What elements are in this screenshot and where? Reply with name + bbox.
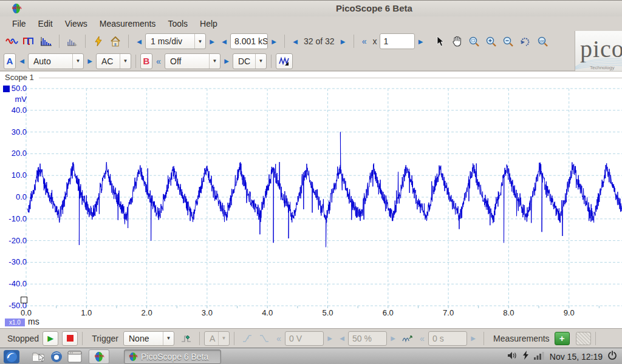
spectrum-view-icon[interactable] <box>38 33 55 49</box>
zoom-increase-button[interactable]: ▶ <box>415 38 427 45</box>
file-manager-icon[interactable] <box>29 349 47 364</box>
x-tick-label: 5.0 <box>316 308 340 317</box>
square-wave-view-icon[interactable] <box>21 33 38 49</box>
x-tick-label: 1.0 <box>74 308 98 317</box>
zoom-factor-value: 1 <box>384 36 389 46</box>
menu-tools[interactable]: Tools <box>162 17 194 30</box>
toolbar-separator <box>595 332 596 345</box>
x-tick-label: 8.0 <box>496 308 521 317</box>
channel-toolbar: A ◀ Auto ▼ ▶ AC ▼ B « Off ▼ ▶ DC ▼ <box>0 52 622 71</box>
channel-b-axis-marker[interactable] <box>21 297 27 303</box>
menu-measurements[interactable]: Measurements <box>94 17 162 30</box>
channel-b-button[interactable]: B <box>140 53 152 69</box>
menu-edit[interactable]: Edit <box>32 17 59 30</box>
samples-field[interactable]: 8.001 kS <box>230 33 268 49</box>
zoom-full-icon[interactable]: 100 <box>534 33 551 49</box>
x-tick-label: 2.0 <box>135 308 159 317</box>
picoscope-launcher-icon[interactable]: BETA <box>89 349 109 364</box>
chevron-down-icon: ▼ <box>120 54 131 69</box>
channel-a-button[interactable]: A <box>4 53 16 69</box>
pretrigger-field: 50 % <box>348 331 387 346</box>
channel-b-coupling-dropdown[interactable]: DC ▼ <box>233 53 267 69</box>
channel-b-range-dropdown[interactable]: Off ▼ <box>165 53 220 69</box>
channel-a-axis-marker[interactable] <box>3 86 10 92</box>
chevron-down-icon: ▼ <box>163 332 174 345</box>
channel-a-range-dropdown[interactable]: Auto ▼ <box>28 53 84 69</box>
zoom-reset-button[interactable]: « <box>358 36 371 46</box>
buffer-previous-button[interactable]: ◀ <box>289 38 301 45</box>
persistence-view-icon[interactable] <box>64 33 81 49</box>
toolbar-separator <box>271 55 272 68</box>
hand-tool-icon[interactable] <box>449 33 466 49</box>
menu-help[interactable]: Help <box>194 17 224 30</box>
y-tick-label: 10.0 <box>1 170 27 180</box>
signal-options-button[interactable] <box>276 53 293 69</box>
zoom-out-icon[interactable] <box>500 33 517 49</box>
app-launcher-icon[interactable] <box>2 349 21 364</box>
desktop-taskbar: BETA BETA PicoScope 6 Beta Nov 15, 12:19 <box>0 348 622 364</box>
volume-icon[interactable] <box>507 351 518 362</box>
scope-tab-label[interactable]: Scope 1 <box>5 73 38 82</box>
timebase-increase-button[interactable]: ▶ <box>206 38 218 45</box>
menu-views[interactable]: Views <box>59 17 94 30</box>
timebase-decrease-button[interactable]: ◀ <box>133 38 145 45</box>
y-tick-label: 0.0 <box>1 192 27 201</box>
scope-view-icon[interactable] <box>4 33 21 49</box>
channel-a-range-increase[interactable]: ▶ <box>84 58 96 64</box>
toolbar-separator <box>135 55 136 68</box>
add-measurement-button[interactable]: + <box>555 332 570 345</box>
channel-a-coupling-value: AC <box>101 56 113 66</box>
y-tick-label: -30.0 <box>1 257 27 266</box>
start-button[interactable]: ▶ <box>43 331 58 346</box>
network-signal-icon[interactable] <box>534 351 545 362</box>
channel-b-range-increase[interactable]: ▶ <box>220 58 233 64</box>
delay-increase-button: ▶ <box>467 335 479 342</box>
pico-logo-subtext: Technology <box>590 65 622 70</box>
marquee-zoom-icon[interactable] <box>466 33 483 49</box>
power-charging-icon[interactable] <box>522 351 529 362</box>
taskbar-clock[interactable]: Nov 15, 12:19 <box>550 352 603 362</box>
home-settings-icon[interactable] <box>107 33 124 49</box>
menu-file[interactable]: File <box>6 17 32 30</box>
advanced-trigger-icon[interactable] <box>399 331 416 346</box>
trigger-marker-icon[interactable] <box>178 331 195 346</box>
pretrigger-decrease-button: ◀ <box>336 335 348 342</box>
zoom-in-icon[interactable] <box>483 33 500 49</box>
channel-a-coupling-dropdown[interactable]: AC ▼ <box>96 53 131 69</box>
trigger-source-value: A <box>210 334 215 343</box>
trigger-label: Trigger <box>87 334 123 343</box>
delay-value: 0 s <box>432 334 444 343</box>
samples-increase-button[interactable]: ▶ <box>268 38 280 45</box>
zoom-factor-prefix: x <box>371 36 380 46</box>
rising-edge-icon <box>239 331 256 346</box>
x-tick-label: 0.0 <box>14 308 38 317</box>
threshold-field: 0 V <box>285 331 324 346</box>
x-tick-label: 3.0 <box>195 308 219 317</box>
pretrigger-increase-button: ▶ <box>387 335 399 342</box>
lightning-connect-icon[interactable] <box>90 33 107 49</box>
scope-plot[interactable] <box>0 72 622 329</box>
waveform-icon <box>279 56 290 66</box>
toolbar-separator <box>82 332 83 345</box>
trigger-mode-dropdown[interactable]: None ▼ <box>123 331 174 346</box>
zoom-factor-input[interactable]: 1 <box>380 33 415 49</box>
channel-a-range-decrease[interactable]: ◀ <box>16 58 28 64</box>
terminal-window-icon[interactable] <box>66 349 84 364</box>
browser-icon[interactable] <box>47 349 66 364</box>
toolbar-separator <box>128 35 129 48</box>
x-tick-label: 6.0 <box>376 308 400 317</box>
pointer-tool-icon[interactable] <box>432 33 449 49</box>
buffer-next-button[interactable]: ▶ <box>337 38 349 45</box>
channel-a-range-value: Auto <box>33 56 51 66</box>
samples-decrease-button[interactable]: ◀ <box>218 38 230 45</box>
threshold-value: 0 V <box>289 334 302 343</box>
power-menu-icon[interactable] <box>607 351 617 363</box>
taskbar-window-button[interactable]: BETA PicoScope 6 Beta <box>124 349 221 364</box>
channel-b-range-decrease[interactable]: « <box>152 56 165 66</box>
timebase-dropdown[interactable]: 1 ms/div ▼ <box>145 33 206 49</box>
stop-button[interactable] <box>62 331 78 346</box>
measurements-label: Measurements <box>488 334 555 343</box>
y-tick-label: 30.0 <box>1 127 27 136</box>
undo-zoom-icon[interactable] <box>517 33 534 49</box>
svg-text:BETA: BETA <box>95 354 104 358</box>
